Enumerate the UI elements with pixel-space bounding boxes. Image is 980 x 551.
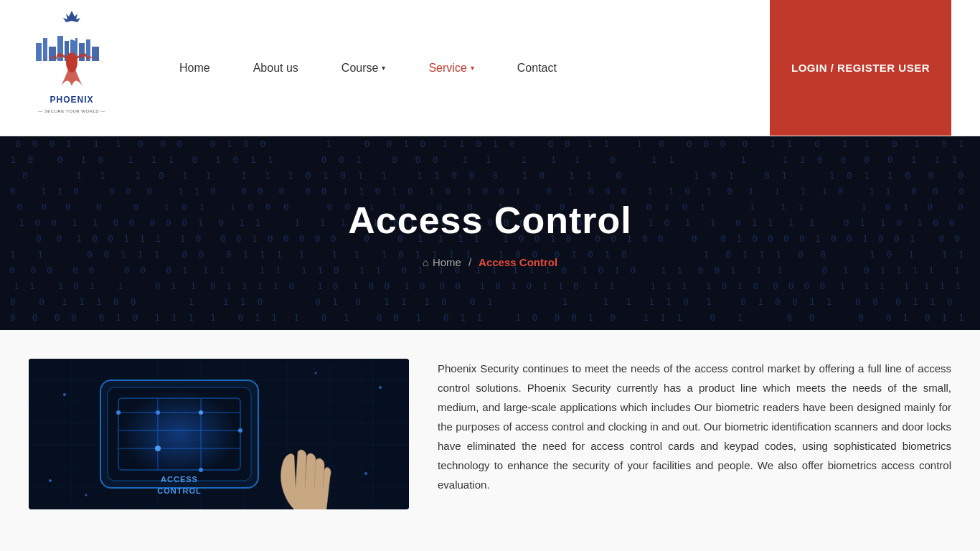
svg-marker-9: [63, 11, 80, 22]
breadcrumb-current: Access Control: [479, 256, 557, 268]
svg-point-36: [116, 410, 121, 415]
svg-point-47: [364, 472, 367, 475]
svg-point-45: [63, 393, 66, 396]
login-register-button[interactable]: LOGIN / REGISTER USER: [770, 0, 951, 136]
site-logo: PHOENIX — SECURE YOUR WORLD —: [29, 11, 115, 126]
svg-text:ACCESS: ACCESS: [161, 475, 198, 484]
access-control-illustration: ACCESS CONTROL: [29, 359, 409, 509]
service-chevron-icon: ▾: [471, 64, 474, 72]
content-text: Phoenix Security continues to meet the n…: [438, 359, 951, 509]
svg-point-50: [85, 494, 88, 496]
home-icon: ⌂: [423, 256, 429, 268]
hero-banner: 0001 1 1 0 00 0100 1 0 010 11010 00 11 1…: [0, 136, 980, 330]
course-chevron-icon: ▾: [382, 64, 385, 72]
breadcrumb-home-link[interactable]: ⌂ Home: [423, 256, 461, 268]
nav-contact[interactable]: Contact: [496, 55, 578, 82]
svg-text:PHOENIX: PHOENIX: [50, 95, 93, 105]
main-nav: Home About us Course ▾ Service ▾ Contact: [158, 55, 770, 82]
svg-point-49: [315, 372, 317, 375]
svg-point-48: [49, 479, 52, 482]
svg-text:CONTROL: CONTROL: [157, 486, 201, 495]
breadcrumb: ⌂ Home / Access Control: [423, 256, 557, 268]
nav-service[interactable]: Service ▾: [407, 55, 495, 82]
svg-point-46: [379, 386, 382, 389]
nav-home[interactable]: Home: [158, 55, 232, 82]
page-title: Access Control: [348, 199, 631, 242]
svg-rect-0: [36, 43, 42, 61]
header: PHOENIX — SECURE YOUR WORLD — Home About…: [0, 0, 980, 136]
svg-text:— SECURE YOUR WORLD —: — SECURE YOUR WORLD —: [38, 109, 105, 113]
breadcrumb-separator: /: [468, 256, 471, 268]
content-section: ACCESS CONTROL Phoenix Security: [0, 330, 980, 551]
svg-point-42: [122, 391, 237, 477]
svg-point-10: [66, 52, 77, 72]
svg-rect-2: [49, 47, 56, 61]
svg-rect-1: [43, 38, 47, 61]
svg-point-39: [238, 428, 242, 433]
nav-about[interactable]: About us: [232, 55, 320, 82]
nav-course[interactable]: Course ▾: [320, 55, 407, 82]
logo-area: PHOENIX — SECURE YOUR WORLD —: [29, 11, 115, 126]
svg-rect-6: [79, 43, 85, 61]
content-image: ACCESS CONTROL: [29, 359, 409, 509]
